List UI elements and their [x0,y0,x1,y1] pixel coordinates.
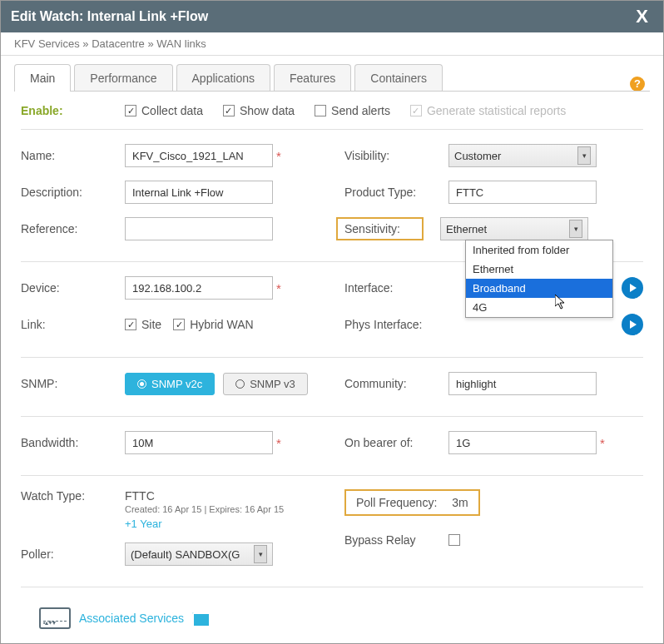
checkbox-icon [315,105,326,116]
interface-play-button[interactable] [622,277,643,299]
radio-label: SNMP v3 [250,378,295,390]
phys-interface-label: Phys Interface: [344,318,448,331]
dropdown-option-broadband[interactable]: Broadband [466,279,612,298]
stack-icon [192,612,207,624]
extend-year-link[interactable]: +1 Year [125,518,284,530]
product-type-label: Product Type: [344,186,448,199]
device-input[interactable] [125,276,273,300]
generate-reports-checkbox: Generate statistical reports [410,104,566,117]
collect-data-checkbox[interactable]: Collect data [125,104,203,117]
breadcrumb-item[interactable]: Datacentre [92,37,145,50]
bypass-relay-checkbox[interactable] [448,534,460,546]
reference-input[interactable] [125,217,273,240]
reference-label: Reference: [21,222,125,235]
associated-services-icon [39,607,71,629]
dropdown-option-inherited[interactable]: Inherited from folder [466,240,612,260]
tab-main[interactable]: Main [14,64,71,92]
description-label: Description: [21,186,125,199]
bandwidth-input[interactable] [125,431,273,454]
radio-icon [235,379,245,389]
breadcrumb-item[interactable]: KFV Services [14,37,80,50]
window-title: Edit Watch: Internal Link +Flow [11,9,208,24]
product-type-input[interactable] [448,181,597,204]
enable-label: Enable: [21,104,125,117]
tab-applications[interactable]: Applications [176,64,271,92]
checkbox-icon [125,319,136,330]
phys-interface-play-button[interactable] [622,314,643,335]
select-value: Ethernet [446,223,487,235]
select-value: (Default) SANDBOX(G [131,548,240,561]
snmp-v2c-radio[interactable]: SNMP v2c [125,373,215,395]
select-value: Customer [454,150,501,162]
poll-frequency-box: Poll Frequency: 3m [344,489,480,516]
name-input[interactable] [125,144,273,167]
required-icon: * [276,149,281,163]
tab-performance[interactable]: Performance [74,64,172,92]
bearer-label: On bearer of: [344,436,448,449]
tab-bar: Main Performance Applications Features C… [1,56,663,92]
site-checkbox[interactable]: Site [125,318,161,331]
dropdown-option-ethernet[interactable]: Ethernet [466,260,612,279]
send-alerts-checkbox[interactable]: Send alerts [315,104,390,117]
required-icon: * [276,436,281,450]
radio-label: SNMP v2c [151,378,202,390]
poll-frequency-value: 3m [452,496,468,509]
checkbox-icon [125,105,136,116]
chevron-down-icon: ▾ [569,220,582,238]
checkbox-icon [223,105,235,116]
radio-icon [137,379,146,389]
checkbox-label: Hybrid WAN [190,318,254,331]
checkbox-label: Generate statistical reports [427,104,566,117]
name-label: Name: [21,149,125,162]
watch-type-value: FTTC [125,489,284,503]
required-icon: * [276,281,281,295]
checkbox-icon [410,105,422,116]
community-label: Community: [344,377,448,390]
breadcrumb: KFV Services » Datacentre » WAN links [1,32,663,56]
bearer-input[interactable] [448,431,597,454]
poller-label: Poller: [21,547,125,561]
hybrid-wan-checkbox[interactable]: Hybrid WAN [173,318,254,331]
sensitivity-select[interactable]: Ethernet ▾ [440,217,588,240]
interface-label: Interface: [344,281,448,295]
associated-services-link[interactable]: Associated Services [79,612,184,625]
help-icon[interactable]: ? [630,77,645,92]
visibility-label: Visibility: [344,149,448,162]
window-header: Edit Watch: Internal Link +Flow X [1,1,663,32]
poll-frequency-label: Poll Frequency: [356,496,437,509]
snmp-v3-radio[interactable]: SNMP v3 [223,373,308,395]
tab-containers[interactable]: Containers [354,64,443,92]
tab-features[interactable]: Features [274,64,351,92]
checkbox-label: Show data [240,104,295,117]
watch-type-label: Watch Type: [21,489,125,503]
dropdown-option-4g[interactable]: 4G [466,298,612,317]
link-label: Link: [21,318,125,331]
chevron-down-icon: ▾ [254,545,267,563]
device-label: Device: [21,281,125,295]
visibility-select[interactable]: Customer ▾ [448,144,597,167]
breadcrumb-item[interactable]: WAN links [156,37,206,50]
community-input[interactable] [448,372,597,395]
watch-type-dates: Created: 16 Apr 15 | Expires: 16 Apr 15 [125,504,284,514]
checkbox-label: Collect data [141,104,203,117]
show-data-checkbox[interactable]: Show data [223,104,295,117]
snmp-label: SNMP: [21,377,125,390]
checkbox-icon [173,319,185,330]
bandwidth-label: Bandwidth: [21,436,125,449]
description-input[interactable] [125,181,273,204]
checkbox-label: Send alerts [331,104,390,117]
sensitivity-dropdown: Inherited from folder Ethernet Broadband… [465,240,613,318]
close-icon[interactable]: X [631,6,653,27]
sensitivity-label: Sensitivity: [336,217,424,240]
chevron-down-icon: ▾ [577,146,591,165]
bypass-relay-label: Bypass Relay [344,533,448,547]
required-icon: * [600,436,605,450]
poller-select[interactable]: (Default) SANDBOX(G ▾ [125,542,273,566]
checkbox-label: Site [141,318,161,331]
